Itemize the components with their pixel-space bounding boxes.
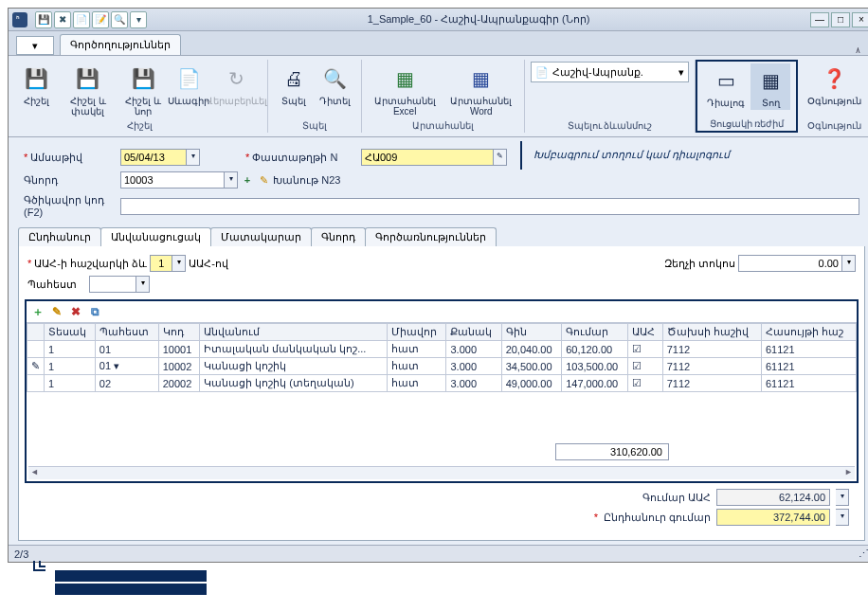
grid-copy-icon[interactable]: ⧉ [87,304,102,319]
close-button[interactable]: × [852,12,868,27]
floppy-new-icon: 💾 [128,63,158,94]
help-button[interactable]: ❓Օգնություն [804,62,865,108]
magnifier-icon: 🔍 [320,63,351,94]
ribbon: 💾Հիշել 💾Հիշել և փակել 💾Հիշել և նոր 📄Սևագ… [9,56,868,137]
qat-savenew-icon[interactable]: 📄 [73,11,90,28]
grid-add-icon[interactable]: ＋ [30,304,45,319]
export-word-button[interactable]: ▦Արտահանել Word [444,62,518,118]
quick-access-toolbar: 💾 ✖ 📄 📝 🔍 ▾ [35,11,147,28]
annotation-hint: Խմբագրում տողում կամ դիալոգում [533,149,730,160]
tab-buyer[interactable]: Գնորդ [311,227,366,246]
ribbon-group-help: ❓Օգնություն Օգնություն [798,60,868,133]
grid-footer: 310,620.00 [27,440,857,464]
excel-icon: ▦ [389,63,420,94]
buyer-edit-icon[interactable]: ✎ [257,174,270,187]
table-row[interactable]: 10110001Իտալական մանկական կոշ...հատ3.000… [27,341,857,358]
discount-dropdown-icon[interactable]: ▾ [842,255,856,272]
grid-delete-icon[interactable]: ✖ [68,304,83,319]
ribbon-group-save: 💾Հիշել 💾Հիշել և փակել 💾Հիշել և նոր 📄Սևագ… [12,60,268,133]
store-dropdown-icon[interactable]: ▾ [136,276,150,293]
tab-general[interactable]: Ընդհանուր [18,227,101,246]
help-icon: ❓ [820,63,850,94]
barcode-input[interactable] [120,198,859,215]
vat-mode-label: ԱԱՀ-ի հաշվարկի ձև [34,258,147,269]
app-icon [12,12,27,27]
draft-button[interactable]: 📄Սևագիր [169,62,208,118]
ribbon-group-viewmode: ▭Դիալոգ ▦Տող Ցուցակի ռեժիմ [696,60,798,133]
vat-amount-value: 62,124.00 [716,489,830,506]
form-panel: * Ամսաթիվ ▾ * Փաստաթղթի N ✎ Խմբագրում տո… [9,137,868,545]
file-menu-dropdown[interactable]: ▾ [16,36,54,55]
ribbon-collapse-icon[interactable]: ٨ [848,45,867,55]
date-picker-icon[interactable]: ▾ [187,149,200,166]
pager-label: 2/3 [14,548,28,560]
save-button[interactable]: 💾Հիշել [16,62,56,118]
dialog-mode-button[interactable]: ▭Դիալոգ [703,63,749,110]
date-label: Ամսաթիվ [30,152,82,163]
docno-edit-icon[interactable]: ✎ [494,149,507,166]
print-button[interactable]: 🖨Տպել [274,62,314,108]
tab-supplier[interactable]: Մատակարար [210,227,312,246]
dialog-icon: ▭ [711,65,741,96]
window-title: 1_Sample_60 - Հաշիվ-Ապրանքագիր (Նոր) [147,13,810,26]
ribbon-group-template: 📄 Հաշիվ-Ապրանք. ▾ Տպելու ձևանմուշ [525,60,696,133]
vat-mode-input[interactable] [150,255,172,272]
table-row[interactable]: 10220002Կանացի կոշիկ (տեղական)հատ3.00049… [27,375,857,392]
buyer-name-label: Խանութ N23 [273,174,340,186]
vat-amount-dd[interactable]: ▾ [836,489,849,506]
discount-label: Զեղչի տոկոս [664,258,735,269]
grid-icon: ▦ [755,65,786,96]
word-icon: ▦ [466,63,497,94]
buyer-code-input[interactable] [120,171,225,189]
grid-total-amount: 310,620.00 [555,443,669,460]
save-new-button[interactable]: 💾Հիշել և նոր [119,62,167,118]
callout-annotation [27,563,860,601]
preview-button[interactable]: 🔍Դիտել [316,62,355,108]
status-bar: 2/3 ⋰ [9,545,868,562]
discount-input[interactable] [738,255,842,272]
refresh-icon: ↻ [222,63,252,94]
ribbon-tabs: ▾ Գործողություններ ٨ [9,31,868,56]
floppy-close-icon: 💾 [73,63,103,94]
grand-total-label: Ընդհանուր գումար [604,512,711,524]
items-grid[interactable]: Տեսակ Պահեստ Կոդ Անվանում Միավոր Քանակ Գ… [27,323,857,392]
qat-draft-icon[interactable]: 📝 [92,11,109,28]
template-combo[interactable]: 📄 Հաշիվ-Ապրանք. ▾ [531,62,689,82]
tab-operations[interactable]: Գործառնություններ [365,227,497,246]
buyer-dropdown-icon[interactable]: ▾ [225,171,238,189]
grid-toolbar: ＋ ✎ ✖ ⧉ [27,301,857,323]
titlebar: 💾 ✖ 📄 📝 🔍 ▾ 1_Sample_60 - Հաշիվ-Ապրանքագ… [9,9,868,31]
qat-save-icon[interactable]: 💾 [35,11,52,28]
date-input[interactable] [120,149,187,166]
reassign-button: ↻Վերաբերևել [210,62,262,118]
docno-input[interactable] [361,149,494,166]
buyer-label: Գնորդ [24,174,58,186]
barcode-label: Գծիկավոր կոդ (F2) [24,194,104,218]
table-row[interactable]: ✎101 ▾10002Կանացի կոշիկհատ3.00034,500.00… [27,358,857,375]
grid-hscrollbar[interactable] [28,466,855,479]
grand-total-value[interactable]: 372,744.00 [716,509,830,526]
tab-items[interactable]: Անվանացուցակ [100,227,211,246]
printer-icon: 🖨 [279,63,309,94]
vat-mode-dropdown-icon[interactable]: ▾ [172,255,186,272]
grand-total-dd[interactable]: ▾ [836,509,849,526]
qat-preview-icon[interactable]: 🔍 [111,11,128,28]
ribbon-group-print: 🖨Տպել 🔍Դիտել Տպել [268,60,362,133]
vat-amount-label: Գումար ԱԱՀ [642,492,711,504]
detail-tabs: Ընդհանուր Անվանացուցակ Մատակարար Գնորդ Գ… [18,227,865,246]
export-excel-button[interactable]: ▦Արտահանել Excel [368,62,443,118]
resize-grip-icon[interactable]: ⋰ [859,548,868,560]
grid-edit-icon[interactable]: ✎ [49,304,64,319]
minimize-button[interactable]: — [810,12,829,27]
draft-icon: 📄 [173,63,204,94]
save-close-button[interactable]: 💾Հիշել և փակել [58,62,118,118]
qat-more-icon[interactable]: ▾ [130,11,147,28]
store-input[interactable] [89,276,136,293]
tab-actions[interactable]: Գործողություններ [60,34,181,55]
totals-panel: Գումար ԱԱՀ 62,124.00 ▾ * Ընդհանուր գումա… [25,483,859,534]
vat-mode-text: ԱԱՀ-ով [189,258,228,269]
row-mode-button[interactable]: ▦Տող [750,63,790,110]
buyer-add-icon[interactable]: + [241,174,254,186]
qat-saveclose-icon[interactable]: ✖ [54,11,71,28]
maximize-button[interactable]: □ [831,12,850,27]
